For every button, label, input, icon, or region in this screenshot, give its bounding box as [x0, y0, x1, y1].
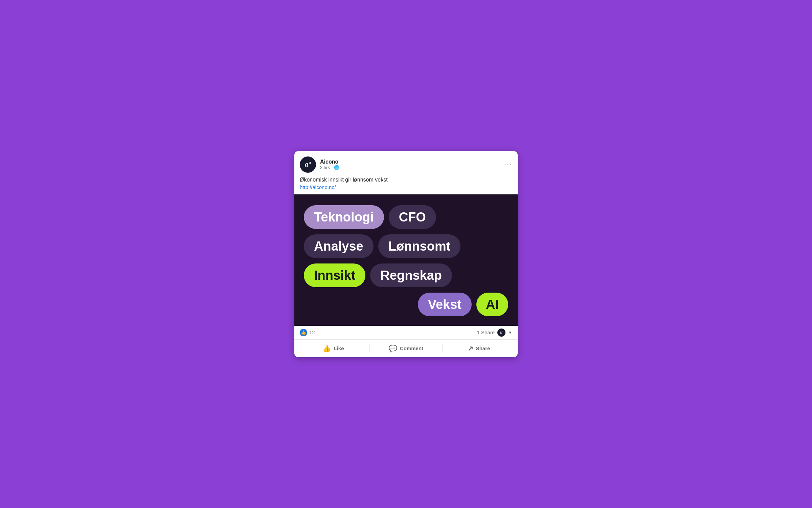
like-button-icon: 👍: [322, 344, 331, 353]
dot-separator: ·: [331, 165, 333, 170]
tag-vekst: Vekst: [418, 293, 472, 316]
tag-teknologi: Teknologi: [304, 205, 384, 229]
post-time-row: 2 hrs · 🌐: [320, 165, 339, 170]
share-button[interactable]: ↗ Share: [443, 341, 515, 356]
tag-image: Teknologi CFO Analyse Lønnsomt Innsikt R…: [294, 194, 518, 326]
tag-row-3: Innsikt Regnskap: [304, 263, 508, 287]
tag-cfo: CFO: [389, 205, 436, 229]
post-header: a° Aicono 2 hrs · 🌐 ···: [294, 151, 518, 177]
action-bar: 👍 Like 💬 Comment ↗ Share: [294, 340, 518, 357]
tag-ai: AI: [476, 293, 508, 316]
comment-button-icon: 💬: [389, 344, 397, 353]
post-header-left: a° Aicono 2 hrs · 🌐: [300, 156, 339, 173]
dropdown-arrow-icon[interactable]: ▼: [508, 330, 512, 335]
share-avatar: a°: [497, 329, 505, 337]
tag-row-4: Vekst AI: [304, 293, 508, 316]
post-meta: Aicono 2 hrs · 🌐: [320, 159, 339, 170]
tag-lonnsomt: Lønnsomt: [378, 234, 461, 258]
more-options-button[interactable]: ···: [504, 160, 512, 169]
globe-icon: 🌐: [334, 165, 339, 170]
reactions-bar: 👍 12 1 Share a° ▼: [294, 326, 518, 340]
comment-button[interactable]: 💬 Comment: [370, 341, 442, 356]
like-icon: 👍: [300, 329, 307, 336]
post-link[interactable]: http://aicono.no/: [300, 184, 336, 190]
share-button-label: Share: [476, 345, 490, 351]
share-button-icon: ↗: [468, 344, 473, 353]
post-author: Aicono: [320, 159, 339, 165]
tag-regnskap: Regnskap: [370, 263, 452, 287]
facebook-post-card: a° Aicono 2 hrs · 🌐 ··· Økonomisk innsik…: [294, 151, 518, 357]
reaction-left: 👍 12: [300, 329, 315, 336]
tag-analyse: Analyse: [304, 234, 374, 258]
like-button[interactable]: 👍 Like: [297, 341, 369, 356]
post-time: 2 hrs: [320, 165, 330, 170]
post-text: Økonomisk innsikt gir lønnsom vekst: [300, 177, 512, 183]
tag-innsikt: Innsikt: [304, 263, 365, 287]
comment-button-label: Comment: [400, 345, 423, 351]
like-button-label: Like: [334, 345, 344, 351]
reaction-right: 1 Share a° ▼: [477, 329, 512, 337]
tag-row-1: Teknologi CFO: [304, 205, 508, 229]
post-body: Økonomisk innsikt gir lønnsom vekst http…: [294, 177, 518, 194]
tag-row-2: Analyse Lønnsomt: [304, 234, 508, 258]
reaction-count: 12: [309, 330, 315, 335]
avatar: a°: [300, 156, 316, 173]
shares-label: 1 Share: [477, 330, 495, 335]
